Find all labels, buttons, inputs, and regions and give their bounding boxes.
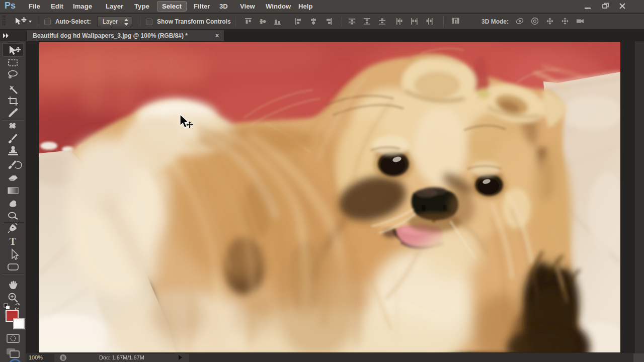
svg-text:T: T: [10, 236, 17, 247]
